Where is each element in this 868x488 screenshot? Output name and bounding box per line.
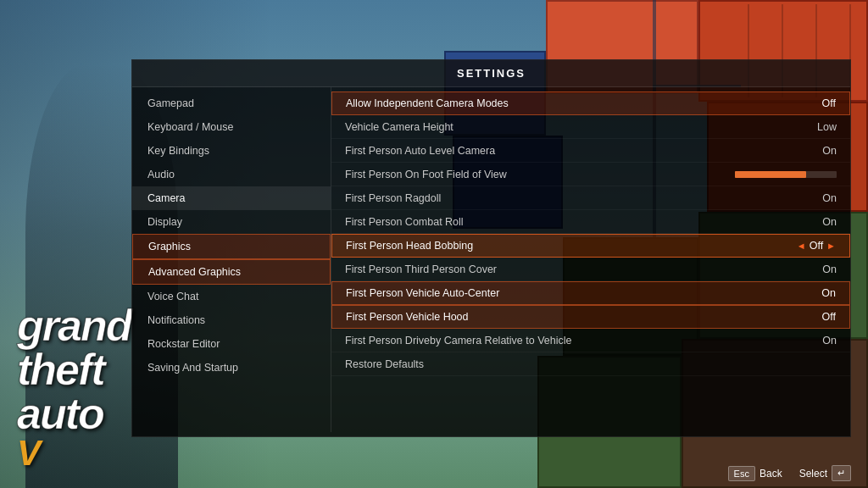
nav-item-keyboard[interactable]: Keyboard / Mouse	[132, 115, 331, 139]
nav-item-graphics[interactable]: Graphics	[132, 234, 331, 259]
settings-body: Gamepad Keyboard / Mouse Key Bindings Au…	[132, 87, 850, 432]
nav-panel: Gamepad Keyboard / Mouse Key Bindings Au…	[132, 87, 331, 432]
fov-progress-fill	[735, 171, 806, 178]
setting-label-ragdoll: First Person Ragdoll	[345, 192, 803, 204]
arrow-right-icon[interactable]: ►	[826, 241, 836, 251]
setting-value-vehicle-hood: Off	[802, 311, 836, 323]
setting-row-vehicle-hood[interactable]: First Person Vehicle Hood Off	[331, 305, 850, 329]
setting-value-auto-center: On	[802, 287, 836, 299]
setting-row-combat-roll[interactable]: First Person Combat Roll On	[331, 210, 850, 234]
settings-title: SETTINGS	[132, 60, 850, 87]
setting-label-combat-roll: First Person Combat Roll	[345, 216, 803, 228]
nav-item-saving[interactable]: Saving And Startup	[132, 356, 331, 380]
setting-value-auto-level: On	[803, 145, 837, 157]
select-key-badge: ↵	[832, 465, 851, 481]
setting-row-auto-center[interactable]: First Person Vehicle Auto-Center On	[331, 281, 850, 305]
nav-item-advanced-graphics[interactable]: Advanced Graphics	[132, 259, 331, 285]
head-bobbing-value: Off	[810, 240, 823, 252]
setting-row-restore-defaults[interactable]: Restore Defaults	[331, 352, 850, 376]
content-panel: Allow Independent Camera Modes Off Vehic…	[331, 87, 850, 432]
nav-item-rockstar-editor[interactable]: Rockstar Editor	[132, 332, 331, 356]
setting-row-independent-camera[interactable]: Allow Independent Camera Modes Off	[331, 92, 850, 115]
select-action[interactable]: Select ↵	[799, 465, 851, 481]
setting-row-fov[interactable]: First Person On Foot Field of View	[331, 163, 850, 186]
setting-row-third-person-cover[interactable]: First Person Third Person Cover On	[331, 258, 850, 281]
back-action[interactable]: Esc Back	[728, 466, 782, 481]
gta-grand: grand	[17, 303, 131, 347]
setting-label-auto-level: First Person Auto Level Camera	[345, 145, 803, 157]
nav-item-camera[interactable]: Camera	[132, 186, 331, 210]
setting-label-independent-camera: Allow Independent Camera Modes	[346, 97, 802, 109]
gta-theft: theft	[17, 347, 131, 391]
setting-value-combat-roll: On	[803, 216, 837, 228]
setting-value-ragdoll: On	[803, 192, 837, 204]
setting-value-independent-camera: Off	[802, 97, 836, 109]
setting-label-head-bobbing: First Person Head Bobbing	[346, 240, 797, 252]
gta-auto: auto	[17, 391, 131, 435]
gta-logo: grand theft auto V	[17, 303, 131, 471]
settings-panel: SETTINGS Gamepad Keyboard / Mouse Key Bi…	[131, 59, 851, 437]
setting-label-restore-defaults: Restore Defaults	[345, 358, 803, 370]
setting-value-vehicle-camera-height: Low	[803, 121, 837, 133]
bottom-bar: Esc Back Select ↵	[0, 458, 868, 488]
nav-item-notifications[interactable]: Notifications	[132, 308, 331, 332]
nav-item-gamepad[interactable]: Gamepad	[132, 92, 331, 115]
nav-item-display[interactable]: Display	[132, 210, 331, 234]
setting-row-head-bobbing[interactable]: First Person Head Bobbing ◄ Off ►	[331, 234, 850, 258]
setting-label-driveby-camera: First Person Driveby Camera Relative to …	[345, 335, 803, 347]
setting-label-fov: First Person On Foot Field of View	[345, 169, 735, 180]
setting-row-driveby-camera[interactable]: First Person Driveby Camera Relative to …	[331, 329, 850, 352]
nav-item-voice-chat[interactable]: Voice Chat	[132, 285, 331, 308]
setting-row-ragdoll[interactable]: First Person Ragdoll On	[331, 186, 850, 210]
nav-item-keybindings[interactable]: Key Bindings	[132, 139, 331, 163]
setting-value-head-bobbing[interactable]: ◄ Off ►	[797, 240, 836, 252]
select-label: Select	[799, 468, 827, 480]
setting-label-vehicle-hood: First Person Vehicle Hood	[346, 311, 802, 323]
back-label: Back	[760, 468, 782, 480]
fov-progress-bar[interactable]	[735, 171, 837, 178]
nav-item-audio[interactable]: Audio	[132, 163, 331, 186]
setting-label-vehicle-camera-height: Vehicle Camera Height	[345, 121, 803, 133]
setting-label-auto-center: First Person Vehicle Auto-Center	[346, 287, 802, 299]
setting-value-third-person-cover: On	[803, 263, 837, 275]
back-key-badge: Esc	[728, 466, 755, 481]
setting-value-driveby-camera: On	[803, 335, 837, 347]
setting-label-third-person-cover: First Person Third Person Cover	[345, 263, 803, 275]
setting-row-auto-level[interactable]: First Person Auto Level Camera On	[331, 139, 850, 163]
setting-row-vehicle-camera-height[interactable]: Vehicle Camera Height Low	[331, 115, 850, 139]
arrow-left-icon[interactable]: ◄	[797, 241, 806, 251]
